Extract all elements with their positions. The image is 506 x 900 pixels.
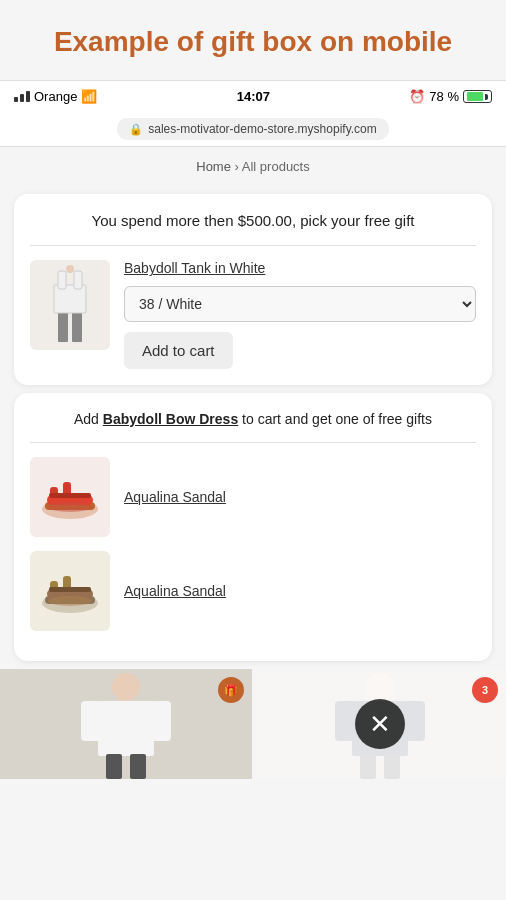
status-right: ⏰ 78 % [409,89,492,104]
close-overlay: ✕ [254,669,506,779]
babydoll-bow-dress-link[interactable]: Babydoll Bow Dress [103,411,238,427]
tank-top-svg [40,265,100,345]
add-to-cart-button[interactable]: Add to cart [124,332,233,369]
sandal-gold-svg [35,561,105,621]
battery-pct: 78 % [429,89,459,104]
size-select[interactable]: 38 / White 36 / White 40 / White 38 / Bl… [124,286,476,322]
free-gifts-header: Add Babydoll Bow Dress to cart and get o… [30,409,476,443]
url-bar[interactable]: 🔒 sales-motivator-demo-store.myshopify.c… [117,118,389,140]
carrier-name: Orange [34,89,77,104]
battery-icon [463,90,492,103]
sandal-image-2 [30,551,110,631]
status-left: Orange 📶 [14,89,97,104]
svg-rect-1 [72,310,82,342]
breadcrumb-current: All products [242,159,310,174]
svg-rect-3 [58,271,66,289]
gift-box-card: You spend more then $500.00, pick your f… [14,194,492,385]
svg-rect-22 [81,701,101,741]
lock-icon: 🔒 [129,123,143,136]
sandal-item-2: Aqualina Sandal [30,551,476,631]
breadcrumb-separator: › [235,159,239,174]
svg-point-12 [48,502,92,512]
sandal-name-2[interactable]: Aqualina Sandal [124,583,226,599]
signal-bars [14,91,30,102]
sandal-name-1[interactable]: Aqualina Sandal [124,489,226,505]
gift-product-row: Babydoll Tank in White 38 / White 36 / W… [30,260,476,369]
signal-bar-2 [20,94,24,102]
thumb-item-2[interactable]: 3 ✕ [254,669,506,779]
svg-point-5 [66,265,74,273]
svg-rect-0 [58,310,68,342]
breadcrumb-home[interactable]: Home [196,159,231,174]
browser-bar: 🔒 sales-motivator-demo-store.myshopify.c… [0,112,506,147]
svg-rect-4 [74,271,82,289]
breadcrumb: Home › All products [0,147,506,186]
status-bar: Orange 📶 14:07 ⏰ 78 % [0,80,506,112]
svg-rect-18 [49,587,91,592]
close-button[interactable]: ✕ [355,699,405,749]
svg-rect-21 [98,701,154,756]
svg-rect-24 [106,754,122,779]
free-gifts-card: Add Babydoll Bow Dress to cart and get o… [14,393,492,661]
svg-point-20 [112,673,140,701]
thumb-item-1[interactable]: 🎁 [0,669,254,779]
model-1-svg [0,669,252,779]
page-title: Example of gift box on mobile [0,0,506,80]
clock: 14:07 [237,89,270,104]
signal-bar-3 [26,91,30,102]
product-name[interactable]: Babydoll Tank in White [124,260,476,276]
svg-rect-23 [151,701,171,741]
svg-rect-11 [49,493,91,498]
signal-bar-1 [14,97,18,102]
alarm-icon: ⏰ [409,89,425,104]
svg-point-19 [48,596,92,606]
bottom-thumbnails: 🎁 3 ✕ [0,669,506,779]
free-gifts-header-prefix: Add [74,411,103,427]
url-text: sales-motivator-demo-store.myshopify.com [148,122,377,136]
sandal-red-svg [35,467,105,527]
product-info: Babydoll Tank in White 38 / White 36 / W… [124,260,476,369]
sandal-image-1 [30,457,110,537]
product-image-tank [30,260,110,350]
sandal-item-1: Aqualina Sandal [30,457,476,537]
gift-box-header: You spend more then $500.00, pick your f… [30,210,476,246]
svg-rect-25 [130,754,146,779]
free-gifts-header-suffix: to cart and get one of free gifts [238,411,432,427]
wifi-icon: 📶 [81,89,97,104]
